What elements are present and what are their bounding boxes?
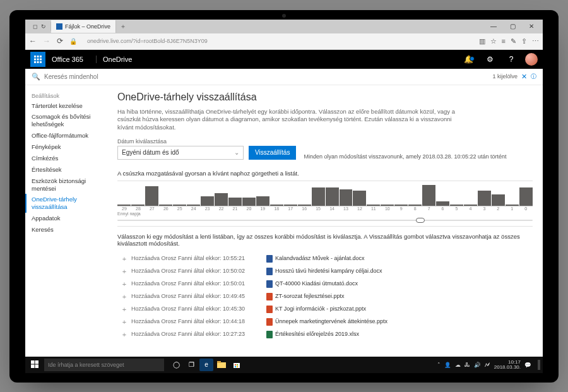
edge-icon[interactable]: e [199,359,213,371]
url-text[interactable]: onedrive.live.com/?id=rootBold-8J6E7N5N3… [83,38,473,44]
sidebar-item[interactable]: Tárterület kezelése [25,100,107,112]
reading-icon[interactable]: ▥ [479,37,485,45]
people-icon[interactable]: 👤 [444,362,451,368]
sidebar-item[interactable]: Fényképek [25,141,107,153]
start-button[interactable] [28,360,42,369]
taskbar-search[interactable]: Ide írhatja a keresett szöveget [44,359,164,371]
cortana-icon[interactable]: ◯ [169,359,183,371]
sidebar-item[interactable]: Appadatok [25,213,107,224]
new-tab-button[interactable]: ＋ [116,22,130,31]
sidebar-item[interactable]: Értesítések [25,164,107,175]
volume-icon[interactable]: 🔊 [474,362,481,368]
main-content: OneDrive-tárhely visszaállítása Ha hiba … [107,85,543,357]
hub-icon[interactable]: ≡ [502,37,506,45]
expand-icon[interactable]: + [117,268,131,276]
modification-meta: Hozzáadva Orosz Fanni által ekkor: 10:45… [131,306,264,314]
svg-rect-12 [35,364,39,368]
share-icon[interactable]: ⇪ [521,37,527,45]
notes-icon[interactable]: ✎ [511,37,516,45]
browser-tab[interactable]: Fájlok – OneDrive [51,20,116,33]
favorite-icon[interactable]: ☆ [490,37,497,45]
help-icon[interactable]: ? [504,55,519,64]
notifications-icon[interactable]: 🔔 [461,55,476,64]
file-explorer-icon[interactable] [215,359,228,371]
window-minimize[interactable]: — [485,23,502,30]
date-select-label: Dátum kiválasztása [117,138,244,145]
chart-bar [464,205,477,206]
modification-row[interactable]: +Hozzáadva Orosz Fanni által ekkor: 10:5… [117,253,533,266]
lock-icon: 🔒 [69,38,77,45]
expand-icon[interactable]: + [117,331,131,340]
search-input[interactable] [44,73,492,80]
network-icon[interactable]: 🖧 [464,362,470,368]
tab-title: Fájlok – OneDrive [65,23,110,30]
clear-selection-icon[interactable]: ✕ [521,73,527,81]
taskbar-clock[interactable]: 10:17 2018.03.30. [494,360,521,370]
restore-button[interactable]: Visszaállítás [249,146,296,160]
chart-bar [201,196,214,206]
sidebar-item[interactable]: Keresés [25,224,107,235]
suite-brand[interactable]: Office 365 [52,56,90,63]
battery-icon[interactable]: 🗲 [485,362,490,368]
modification-row[interactable]: +Hozzáadva Orosz Fanni által ekkor: 10:5… [117,266,533,278]
modification-row[interactable]: +Hozzáadva Orosz Fanni által ekkor: 10:4… [117,304,533,316]
sidebar-item[interactable]: Office-fájlformátumok [25,130,107,141]
task-view-icon[interactable]: ❐ [184,359,198,371]
tab-recent-icon[interactable]: ↻ [40,23,47,30]
modification-row[interactable]: +Hozzáadva Orosz Fanni által ekkor: 10:2… [117,329,533,342]
expand-icon[interactable]: + [117,293,131,302]
tab-back-icon[interactable]: ◻ [32,23,38,30]
svg-rect-7 [37,61,39,63]
chart-bar [145,186,158,206]
store-icon[interactable] [230,359,244,371]
chart-bar [506,205,519,206]
window-maximize[interactable]: ▢ [504,23,521,30]
expand-icon[interactable]: + [117,280,131,289]
slider-thumb[interactable] [416,218,425,223]
modification-meta: Hozzáadva Orosz Fanni által ekkor: 10:50… [131,280,264,289]
modification-file: Hosszú távú hirdetési kampány céljai.doc… [275,268,533,276]
chart-bar [381,205,394,206]
svg-rect-11 [31,364,35,368]
expand-icon[interactable]: + [117,255,131,264]
action-center-icon[interactable]: 💬 [524,362,531,368]
nav-back-icon[interactable]: ← [29,37,37,45]
info-icon[interactable]: ⓘ [531,73,536,81]
windows-taskbar: Ide írhatja a keresett szöveget ◯ ❐ e ˄ … [25,357,543,373]
modification-file: Kalandvadász Művek - ajánlat.docx [275,255,533,264]
avatar[interactable] [525,53,538,66]
sidebar-item[interactable]: Címkézés [25,153,107,164]
onedrive-tray-icon[interactable]: ☁ [455,362,461,368]
slider-hint: A csúszka mozgatásával gyorsan a kívánt … [117,170,533,177]
svg-rect-6 [34,61,36,63]
modification-meta: Hozzáadva Orosz Fanni által ekkor: 10:50… [131,268,264,276]
expand-icon[interactable]: + [117,306,131,314]
suite-app-name[interactable]: OneDrive [96,56,132,63]
chart-bar [394,205,408,206]
nav-forward-icon[interactable]: → [43,37,50,45]
sidebar-item[interactable]: OneDrive-tárhely visszaállítása [25,194,107,213]
svg-rect-9 [31,360,35,364]
time-slider[interactable] [117,220,533,221]
tray-up-icon[interactable]: ˄ [437,362,441,368]
svg-rect-8 [40,61,42,63]
chevron-down-icon: ⌄ [234,149,239,156]
chart-bar [492,194,505,206]
app-launcher-icon[interactable] [30,52,45,67]
modification-row[interactable]: +Hozzáadva Orosz Fanni által ekkor: 10:4… [117,291,533,304]
nav-reload-icon[interactable]: ⟳ [57,37,63,45]
show-desktop[interactable] [538,360,540,370]
modification-row[interactable]: +Hozzáadva Orosz Fanni által ekkor: 10:4… [117,316,533,329]
date-select[interactable]: Egyéni dátum és idő ⌄ [117,146,244,160]
modification-row[interactable]: +Hozzáadva Orosz Fanni által ekkor: 10:5… [117,278,533,291]
window-close[interactable]: ✕ [523,23,540,30]
modifications-list: +Hozzáadva Orosz Fanni által ekkor: 10:5… [117,253,533,342]
page-title: OneDrive-tárhely visszaállítása [117,92,533,103]
file-type-icon [266,318,273,326]
settings-icon[interactable]: ⚙ [482,55,497,64]
chart-bar [215,193,228,206]
more-icon[interactable]: ⋯ [532,37,539,45]
expand-icon[interactable]: + [117,318,131,327]
sidebar-item[interactable]: Csomagok és bővítési lehetőségek [25,111,107,130]
sidebar-item[interactable]: Eszközök biztonsági mentései [25,175,107,194]
